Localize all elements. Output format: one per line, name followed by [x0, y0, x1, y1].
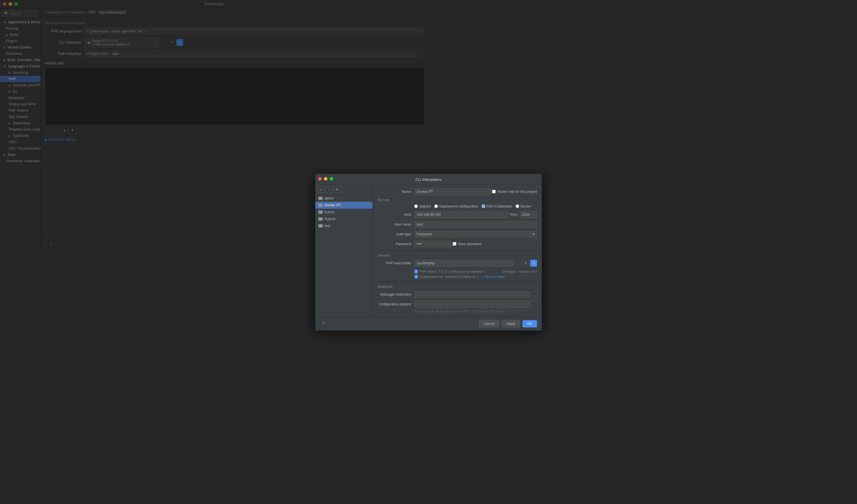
interpreter-alpine-label: alpine: [324, 196, 334, 200]
modal-body: + − ⧉ 🐳 alpine 🐳 Docker PT 🐳 Kum: [315, 184, 428, 252]
modal-host-input[interactable]: [414, 211, 428, 218]
modal-auth-control: Password ▾: [414, 231, 428, 238]
modal-auth-value: Password: [417, 232, 428, 236]
modal-password-input[interactable]: [414, 241, 428, 247]
modal-password-row: Password: Save password: [377, 241, 428, 247]
modal-list-toolbar: + − ⧉: [315, 184, 372, 195]
modal-username-input[interactable]: [414, 221, 428, 228]
modal-left-panel: + − ⧉ 🐳 alpine 🐳 Docker PT 🐳 Kum: [315, 184, 373, 252]
modal-close-button[interactable]: [318, 177, 322, 180]
modal-divider: [377, 250, 428, 250]
modal-username-control: [414, 221, 428, 228]
interpreter-kumm-label: Kumm: [324, 210, 335, 214]
interpreter-docker-pt-icon: 🐳: [318, 204, 323, 207]
modal-host-port-control: Port:: [414, 211, 428, 218]
modal-right-panel: Name: Visible only for this project Remo…: [373, 184, 428, 252]
modal-min-button[interactable]: [324, 177, 327, 180]
modal-password-label: Password:: [377, 242, 412, 246]
interpreter-test-icon: 🐳: [318, 224, 323, 228]
interpreter-rule34[interactable]: 🐳 Rule34: [315, 215, 372, 223]
modal-overlay: CLI Interpreters + − ⧉ 🐳 alpine 🐳: [0, 0, 428, 252]
modal-remote-radio-row: Vagrant Deployment configuration SSH Cre…: [377, 204, 428, 208]
modal-controls: [318, 177, 333, 180]
interpreter-test[interactable]: 🐳 test: [315, 223, 372, 229]
interpreter-alpine-icon: 🐳: [318, 197, 323, 200]
modal-add-interpreter-button[interactable]: +: [318, 186, 324, 193]
modal-name-row: Name: Visible only for this project: [377, 188, 428, 195]
interpreter-docker-pt[interactable]: 🐳 Docker PT: [315, 202, 372, 209]
interpreter-kumm[interactable]: 🐳 Kumm: [315, 209, 372, 215]
modal-remote-radio-group: Vagrant Deployment configuration SSH Cre…: [414, 204, 428, 208]
interpreter-rule34-label: Rule34: [324, 217, 335, 221]
modal-host-label: Host:: [377, 213, 412, 217]
modal-password-control: Save password: [414, 241, 428, 247]
radio-vagrant[interactable]: Vagrant: [414, 204, 428, 208]
modal-interpreter-list: 🐳 alpine 🐳 Docker PT 🐳 Kumm 🐳 Rule34: [315, 195, 372, 252]
modal-name-input[interactable]: [414, 188, 428, 195]
modal-username-row: User name:: [377, 221, 428, 228]
interpreter-kumm-icon: 🐳: [318, 210, 323, 214]
modal-auth-select[interactable]: Password ▾: [414, 231, 428, 238]
modal-name-control: Visible only for this project: [414, 188, 428, 195]
modal-title: CLI Interpreters: [416, 177, 428, 182]
radio-vagrant-label: Vagrant: [419, 204, 428, 208]
modal-remote-title: Remote: [377, 198, 428, 202]
interpreter-rule34-icon: 🐳: [318, 217, 323, 221]
modal-max-button[interactable]: [330, 177, 333, 180]
modal-remove-interpreter-button[interactable]: −: [326, 186, 333, 193]
modal-auth-label: Auth type:: [377, 232, 412, 236]
interpreter-docker-pt-label: Docker PT: [324, 203, 341, 207]
modal-username-label: User name:: [377, 223, 412, 226]
modal-copy-interpreter-button[interactable]: ⧉: [334, 186, 341, 193]
interpreter-test-label: test: [324, 224, 330, 228]
modal-host-row: Host: Port:: [377, 211, 428, 218]
cli-interpreters-modal: CLI Interpreters + − ⧉ 🐳 alpine 🐳: [315, 174, 428, 252]
radio-vagrant-input[interactable]: [414, 204, 418, 208]
modal-title-bar: CLI Interpreters: [315, 174, 428, 184]
interpreter-alpine[interactable]: 🐳 alpine: [315, 195, 372, 202]
modal-auth-row: Auth type: Password ▾: [377, 231, 428, 238]
modal-name-label: Name:: [377, 190, 412, 194]
